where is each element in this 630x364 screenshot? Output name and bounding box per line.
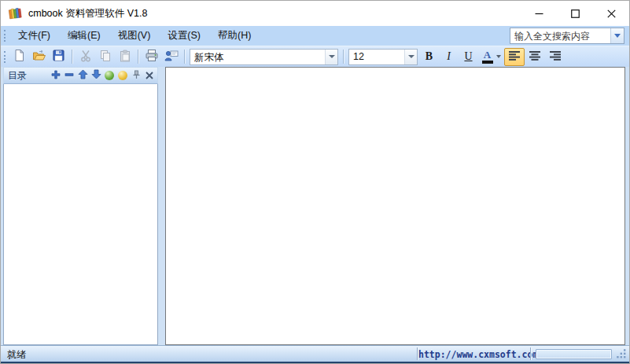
open-folder-icon [32,49,46,64]
chevron-down-icon [329,55,335,58]
font-family-dropdown-button[interactable] [325,50,337,64]
arrow-down-icon [91,69,101,82]
catalog-pin-button[interactable] [130,69,142,82]
font-family-combobox[interactable]: 新宋体 [190,49,338,65]
chevron-down-icon [408,55,414,58]
font-color-button[interactable]: A [478,48,504,66]
status-website-url: http://www.cxmsoft.com [418,347,530,360]
menu-file[interactable]: 文件(F) [9,26,59,46]
app-window: cmbook 资料管理软件 V1.8 文件(F) 编辑(E) 视图(V) 设置(… [0,0,630,364]
menubar-drag-handle[interactable] [4,30,6,42]
toolbar-separator [72,50,72,64]
new-file-icon [13,49,26,64]
cut-scissors-icon [79,50,92,64]
green-sphere-icon [105,71,114,80]
underline-icon: U [464,51,472,62]
catalog-add-button[interactable] [50,69,62,82]
window-title: cmbook 资料管理软件 V1.8 [28,7,147,20]
toolbar-separator [184,50,185,64]
close-icon [146,70,153,82]
align-center-icon [529,51,540,63]
align-right-button[interactable] [545,48,566,66]
minimize-button[interactable] [521,1,557,26]
font-family-value: 新宋体 [190,50,325,64]
titlebar: cmbook 资料管理软件 V1.8 [1,1,629,26]
menu-view[interactable]: 视图(V) [109,26,160,46]
toolbar-drag-handle[interactable] [4,51,6,63]
catalog-panel-title: 目录 [8,69,49,83]
search-input[interactable] [510,28,610,43]
bold-icon: B [426,51,433,62]
plus-icon [51,70,61,82]
search-dropdown-button[interactable] [610,28,624,43]
maximize-button[interactable] [557,1,593,26]
person-card-icon [164,49,179,64]
chevron-down-icon [614,34,621,38]
catalog-move-up-button[interactable] [76,69,89,82]
panel-splitter[interactable] [158,67,165,345]
pin-icon [132,70,141,82]
statusbar-separator [530,347,532,360]
catalog-move-down-button[interactable] [90,69,102,82]
toolbar: 新宋体 12 B I U A [1,46,629,67]
italic-icon: I [447,51,451,62]
workspace: 目录 [1,67,629,345]
print-button[interactable] [142,48,161,66]
copy-pages-icon [99,50,112,64]
open-file-button[interactable] [29,48,49,66]
menu-settings[interactable]: 设置(S) [159,26,209,46]
align-center-button[interactable] [525,48,545,66]
paste-clipboard-icon [119,50,131,64]
catalog-panel: 目录 [3,67,158,345]
close-button[interactable] [593,1,629,26]
resize-grip[interactable] [616,348,627,359]
toolbar-separator [343,50,344,64]
catalog-green-dot-button[interactable] [103,69,116,82]
print-icon [145,49,159,64]
fulltext-search-combo [510,28,624,44]
catalog-yellow-dot-button[interactable] [116,69,129,82]
catalog-tree-area[interactable] [3,84,158,345]
font-size-combobox[interactable]: 12 [348,49,418,65]
underline-button[interactable]: U [459,48,478,66]
italic-button[interactable]: I [439,48,459,66]
toolbar-separator [138,50,138,64]
catalog-close-button[interactable] [143,69,156,82]
menubar: 文件(F) 编辑(E) 视图(V) 设置(S) 帮助(H) [1,26,629,46]
font-color-icon: A [482,50,493,64]
save-floppy-icon [52,49,65,64]
minus-icon [64,70,74,82]
yellow-sphere-icon [118,71,127,80]
menu-edit[interactable]: 编辑(E) [59,26,109,46]
copy-button[interactable] [95,48,115,66]
status-progress-box [536,349,612,359]
align-right-icon [550,51,561,63]
status-ready-text: 就绪 [3,347,417,362]
align-left-button[interactable] [504,48,525,66]
content-editor-area[interactable] [165,67,625,345]
catalog-panel-header: 目录 [3,67,158,84]
paste-button[interactable] [115,48,134,66]
font-size-dropdown-button[interactable] [404,50,417,64]
cut-button[interactable] [76,48,95,66]
save-button[interactable] [49,48,68,66]
menu-help[interactable]: 帮助(H) [209,26,260,46]
font-size-value: 12 [349,50,404,64]
align-left-icon [509,51,520,63]
app-icon [8,6,22,20]
catalog-remove-button[interactable] [63,69,76,82]
arrow-up-icon [78,69,88,82]
contact-card-button[interactable] [161,48,181,66]
statusbar: 就绪 http://www.cxmsoft.com [1,345,629,363]
window-controls [521,1,629,26]
new-file-button[interactable] [9,48,29,66]
bold-button[interactable]: B [419,48,439,66]
chevron-down-icon [496,55,501,58]
